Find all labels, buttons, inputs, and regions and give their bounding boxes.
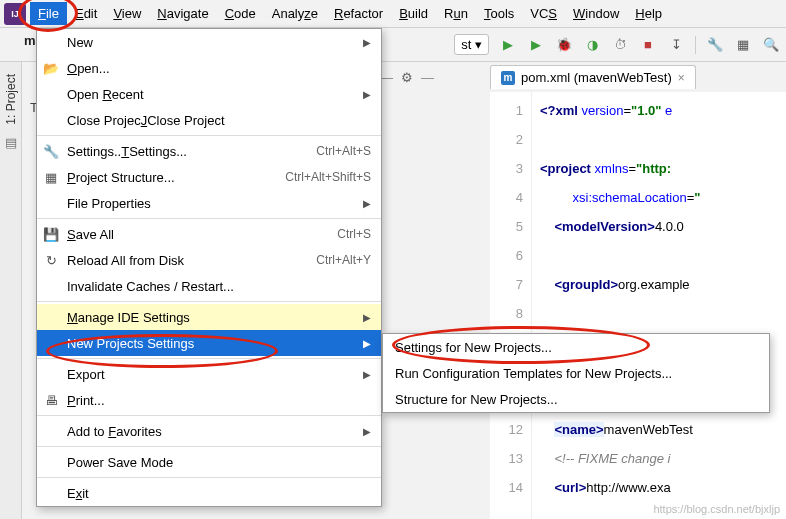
file-menu-item[interactable]: Invalidate Caches / Restart... xyxy=(37,273,381,299)
menu-item-label: Reload All from Disk xyxy=(67,253,184,268)
file-menu-item[interactable]: File Properties▶ xyxy=(37,190,381,216)
file-menu-dropdown: New▶📂Open...Open Recent▶Close ProjecJClo… xyxy=(36,28,382,507)
menu-run[interactable]: Run xyxy=(436,2,476,25)
menu-item-label: New Projects Settings xyxy=(67,336,194,351)
file-menu-item[interactable]: Power Save Mode xyxy=(37,449,381,475)
menu-item-icon: 📂 xyxy=(43,61,59,76)
new-projects-settings-submenu: Settings for New Projects...Run Configur… xyxy=(382,333,770,413)
file-menu-item[interactable]: ↻Reload All from DiskCtrl+Alt+Y xyxy=(37,247,381,273)
close-icon[interactable]: × xyxy=(678,71,685,85)
file-menu-item[interactable]: New▶ xyxy=(37,29,381,55)
editor-tab-pom[interactable]: m pom.xml (mavenWebTest) × xyxy=(490,65,696,89)
menu-file[interactable]: File xyxy=(30,2,67,25)
menu-item-icon: 🔧 xyxy=(43,144,59,159)
menu-item-label: Power Save Mode xyxy=(67,455,173,470)
file-menu-item[interactable]: 📂Open... xyxy=(37,55,381,81)
menu-item-label: New xyxy=(67,35,93,50)
submenu-arrow-icon: ▶ xyxy=(363,338,371,349)
line-gutter: 1234567891011121314 xyxy=(490,92,532,519)
menu-item-icon: 🖶 xyxy=(43,393,59,408)
menu-item-icon: ↻ xyxy=(43,253,59,268)
file-menu-item[interactable]: Manage IDE Settings▶ xyxy=(37,304,381,330)
menu-item-label: Export xyxy=(67,367,105,382)
submenu-arrow-icon: ▶ xyxy=(363,369,371,380)
menu-item-label: Settings..TSettings... xyxy=(67,144,187,159)
submenu-arrow-icon: ▶ xyxy=(363,312,371,323)
menu-navigate[interactable]: Navigate xyxy=(149,2,216,25)
menu-view[interactable]: View xyxy=(105,2,149,25)
file-menu-item[interactable]: ▦Project Structure...Ctrl+Alt+Shift+S xyxy=(37,164,381,190)
watermark: https://blog.csdn.net/bjxljp xyxy=(653,503,780,515)
submenu-item[interactable]: Run Configuration Templates for New Proj… xyxy=(383,360,769,386)
file-menu-item[interactable]: Export▶ xyxy=(37,361,381,387)
menu-item-label: Open... xyxy=(67,61,110,76)
file-menu-item[interactable]: Add to Favorites▶ xyxy=(37,418,381,444)
project-tool-tab[interactable]: 1: Project xyxy=(4,70,18,129)
file-menu-item[interactable]: 💾Save AllCtrl+S xyxy=(37,221,381,247)
menu-item-label: Close ProjecJClose Project xyxy=(67,113,225,128)
file-menu-item[interactable]: Open Recent▶ xyxy=(37,81,381,107)
file-menu-item[interactable]: 🖶Print... xyxy=(37,387,381,413)
menu-item-label: Invalidate Caches / Restart... xyxy=(67,279,234,294)
menu-code[interactable]: Code xyxy=(217,2,264,25)
submenu-arrow-icon: ▶ xyxy=(363,89,371,100)
menu-help[interactable]: Help xyxy=(627,2,670,25)
vcs-update-icon[interactable]: ↧ xyxy=(667,36,685,54)
structure-icon[interactable]: ▤ xyxy=(5,135,17,150)
menu-item-label: Project Structure... xyxy=(67,170,175,185)
debug-icon[interactable]: 🐞 xyxy=(555,36,573,54)
search-icon[interactable]: 🔍 xyxy=(762,36,780,54)
gear-icon[interactable]: ⚙ xyxy=(401,70,413,85)
project-structure-icon[interactable]: ▦ xyxy=(734,36,752,54)
submenu-item[interactable]: Structure for New Projects... xyxy=(383,386,769,412)
menu-item-label: Add to Favorites xyxy=(67,424,162,439)
file-menu-item[interactable]: 🔧Settings..TSettings...Ctrl+Alt+S xyxy=(37,138,381,164)
menu-item-label: File Properties xyxy=(67,196,151,211)
menu-item-icon: 💾 xyxy=(43,227,59,242)
menu-refactor[interactable]: Refactor xyxy=(326,2,391,25)
profile-icon[interactable]: ⏱ xyxy=(611,36,629,54)
run-config-combo[interactable]: st ▾ xyxy=(454,34,489,55)
code-area[interactable]: <?xml version="1.0" e <project xmlns="ht… xyxy=(532,92,786,519)
menu-item-label: Print... xyxy=(67,393,105,408)
menu-edit[interactable]: Edit xyxy=(67,2,105,25)
submenu-arrow-icon: ▶ xyxy=(363,198,371,209)
file-menu-item[interactable]: New Projects Settings▶ xyxy=(37,330,381,356)
menu-item-shortcut: Ctrl+Alt+Shift+S xyxy=(285,170,371,184)
menu-item-shortcut: Ctrl+Alt+S xyxy=(316,144,371,158)
menu-item-icon: ▦ xyxy=(43,170,59,185)
hammer-icon[interactable]: ▶ xyxy=(499,36,517,54)
menu-item-label: Manage IDE Settings xyxy=(67,310,190,325)
ide-logo-icon: IJ xyxy=(4,3,26,25)
coverage-icon[interactable]: ◑ xyxy=(583,36,601,54)
wrench-icon[interactable]: 🔧 xyxy=(706,36,724,54)
menu-build[interactable]: Build xyxy=(391,2,436,25)
project-tool-header: — ⚙ — xyxy=(380,62,440,92)
run-icon[interactable]: ▶ xyxy=(527,36,545,54)
editor-tabs: m pom.xml (mavenWebTest) × xyxy=(490,62,696,92)
menu-item-label: Open Recent xyxy=(67,87,144,102)
editor-tab-label: pom.xml (mavenWebTest) xyxy=(521,70,672,85)
menu-analyze[interactable]: Analyze xyxy=(264,2,326,25)
hide-icon[interactable]: — xyxy=(421,70,434,85)
menu-tools[interactable]: Tools xyxy=(476,2,522,25)
menu-vcs[interactable]: VCS xyxy=(522,2,565,25)
menu-item-shortcut: Ctrl+Alt+Y xyxy=(316,253,371,267)
maven-file-icon: m xyxy=(501,71,515,85)
code-editor[interactable]: 1234567891011121314 <?xml version="1.0" … xyxy=(490,92,786,519)
file-menu-item[interactable]: Exit xyxy=(37,480,381,506)
submenu-arrow-icon: ▶ xyxy=(363,426,371,437)
stop-icon[interactable]: ■ xyxy=(639,36,657,54)
menubar: IJ File Edit View Navigate Code Analyze … xyxy=(0,0,786,28)
tool-window-stripe-left: 1: Project ▤ xyxy=(0,62,22,519)
submenu-arrow-icon: ▶ xyxy=(363,37,371,48)
menu-window[interactable]: Window xyxy=(565,2,627,25)
menu-item-label: Exit xyxy=(67,486,89,501)
menu-item-label: Save All xyxy=(67,227,114,242)
file-menu-item[interactable]: Close ProjecJClose Project xyxy=(37,107,381,133)
submenu-item[interactable]: Settings for New Projects... xyxy=(383,334,769,360)
menu-item-shortcut: Ctrl+S xyxy=(337,227,371,241)
